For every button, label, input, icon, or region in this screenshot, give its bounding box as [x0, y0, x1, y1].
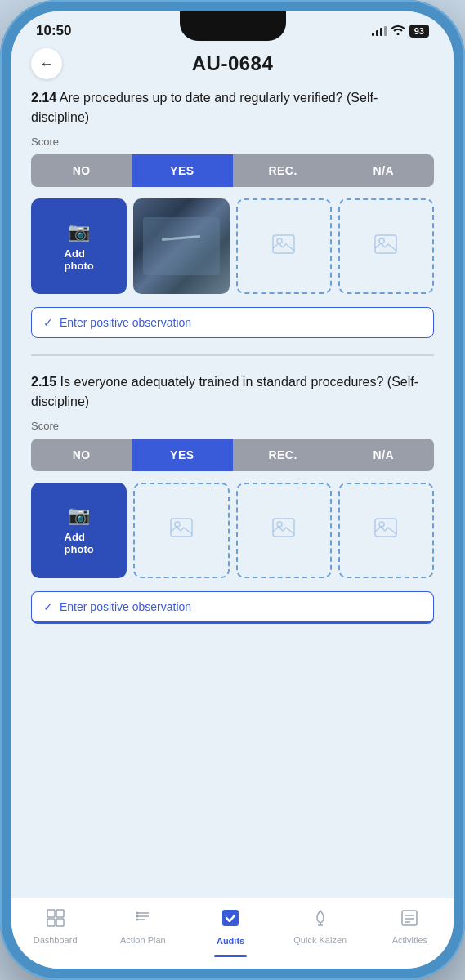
- check-icon-2-14: ✓: [43, 316, 53, 329]
- score-na-2-15[interactable]: N/A: [333, 439, 434, 471]
- score-buttons-2-15: NO YES REC. N/A: [31, 439, 434, 471]
- bottom-navigation: Dashboard Action Plan: [11, 898, 454, 969]
- observation-button-2-14[interactable]: ✓ Enter positive observation: [31, 307, 434, 338]
- activities-icon: [400, 909, 418, 932]
- photo-grid-2-15: 📷 Addphoto: [31, 483, 434, 578]
- page-header: ← AU-0684: [11, 44, 454, 88]
- wifi-icon: [391, 25, 405, 38]
- action-plan-icon: [134, 909, 152, 932]
- svg-rect-8: [375, 519, 396, 537]
- image-placeholder-icon-2: [374, 234, 397, 259]
- question-2-14-number: 2.14: [31, 91, 56, 105]
- score-na-2-14[interactable]: N/A: [333, 154, 434, 187]
- svg-rect-0: [273, 235, 294, 253]
- question-2-15-body: Is everyone adequately trained in standa…: [31, 375, 418, 408]
- nav-item-activities[interactable]: Activities: [385, 909, 434, 945]
- observation-label-2-14: Enter positive observation: [60, 316, 191, 329]
- question-block-2-14: 2.14 Are procedures up to date and regul…: [31, 88, 434, 356]
- back-button[interactable]: ←: [31, 48, 62, 79]
- signal-icon: [372, 26, 387, 36]
- scroll-content: 2.14 Are procedures up to date and regul…: [11, 88, 454, 898]
- svg-rect-6: [273, 519, 294, 537]
- question-2-15-text: 2.15 Is everyone adequately trained in s…: [31, 372, 434, 412]
- svg-rect-10: [47, 910, 55, 917]
- svg-rect-21: [402, 911, 417, 925]
- observation-label-2-15: Enter positive observation: [60, 600, 191, 613]
- svg-point-7: [277, 522, 282, 527]
- photo-grid-2-14: 📷 Addphoto: [31, 198, 434, 294]
- svg-point-9: [379, 522, 384, 527]
- score-yes-2-14[interactable]: YES: [132, 154, 232, 187]
- battery-indicator: 93: [409, 24, 429, 38]
- divider-2-14: [31, 354, 434, 356]
- svg-rect-11: [56, 910, 64, 917]
- question-block-2-15: 2.15 Is everyone adequately trained in s…: [31, 372, 434, 624]
- svg-point-19: [136, 919, 138, 921]
- check-icon-2-15: ✓: [43, 600, 53, 613]
- notch: [180, 11, 286, 41]
- svg-rect-4: [171, 519, 192, 537]
- activities-nav-label: Activities: [392, 935, 427, 945]
- nav-item-action-plan[interactable]: Action Plan: [118, 909, 168, 945]
- photo-placeholder-2-15-1[interactable]: [133, 483, 229, 578]
- photo-placeholder-2-14-2[interactable]: [338, 198, 434, 294]
- audits-icon: [221, 908, 240, 933]
- nav-item-audits[interactable]: Audits: [206, 908, 255, 946]
- photo-placeholder-2-15-3[interactable]: [338, 483, 434, 578]
- phone-frame: 10:50 93: [0, 0, 465, 980]
- score-yes-2-15[interactable]: YES: [132, 439, 232, 471]
- quick-kaizen-nav-label: Quick Kaizen: [293, 935, 347, 945]
- question-2-15-number: 2.15: [31, 375, 56, 389]
- photo-thumbnail-2-14[interactable]: [133, 198, 229, 294]
- phone-screen: 10:50 93: [11, 11, 454, 969]
- page-title: AU-0684: [192, 52, 274, 75]
- back-arrow-icon: ←: [39, 56, 54, 73]
- camera-icon-2-15: 📷: [68, 505, 90, 526]
- dashboard-nav-label: Dashboard: [34, 935, 78, 945]
- photo-placeholder-2-15-2[interactable]: [236, 483, 332, 578]
- add-photo-label-2-15: Addphoto: [65, 531, 94, 555]
- score-no-2-14[interactable]: NO: [31, 154, 132, 187]
- svg-point-3: [379, 238, 384, 243]
- nav-item-quick-kaizen[interactable]: Quick Kaizen: [293, 909, 347, 945]
- image-placeholder-icon-4: [272, 518, 295, 542]
- status-time: 10:50: [36, 23, 71, 39]
- svg-rect-20: [222, 910, 239, 926]
- add-photo-button-2-15[interactable]: 📷 Addphoto: [31, 483, 127, 578]
- camera-icon: 📷: [68, 221, 90, 243]
- image-placeholder-icon-3: [170, 518, 193, 542]
- score-no-2-15[interactable]: NO: [31, 439, 132, 471]
- bottom-spacer: [31, 640, 434, 657]
- svg-rect-13: [56, 919, 64, 926]
- image-placeholder-icon-5: [374, 518, 397, 542]
- score-label-2-14: Score: [31, 136, 434, 148]
- dashboard-icon: [47, 909, 65, 932]
- observation-button-2-15[interactable]: ✓ Enter positive observation: [31, 591, 434, 624]
- add-photo-label: Addphoto: [65, 247, 94, 272]
- score-rec-2-14[interactable]: REC.: [233, 154, 333, 187]
- question-2-14-text: 2.14 Are procedures up to date and regul…: [31, 88, 434, 127]
- photo-placeholder-2-14-1[interactable]: [236, 198, 332, 294]
- score-buttons-2-14: NO YES REC. N/A: [31, 154, 434, 187]
- question-2-14-body: Are procedures up to date and regularly …: [31, 91, 378, 124]
- quick-kaizen-icon: [311, 909, 329, 932]
- industrial-photo-image: [133, 198, 229, 294]
- svg-point-1: [277, 238, 282, 243]
- audits-nav-label: Audits: [217, 936, 244, 946]
- action-plan-nav-label: Action Plan: [120, 935, 166, 945]
- image-placeholder-icon: [272, 234, 295, 259]
- status-icons: 93: [372, 24, 429, 38]
- nav-item-dashboard[interactable]: Dashboard: [31, 909, 80, 945]
- svg-point-18: [136, 915, 138, 918]
- svg-point-17: [136, 912, 138, 915]
- svg-point-5: [175, 522, 180, 527]
- svg-rect-12: [47, 919, 55, 926]
- score-rec-2-15[interactable]: REC.: [233, 439, 333, 471]
- score-label-2-15: Score: [31, 420, 434, 432]
- svg-rect-2: [375, 235, 396, 253]
- add-photo-button-2-14[interactable]: 📷 Addphoto: [31, 198, 127, 294]
